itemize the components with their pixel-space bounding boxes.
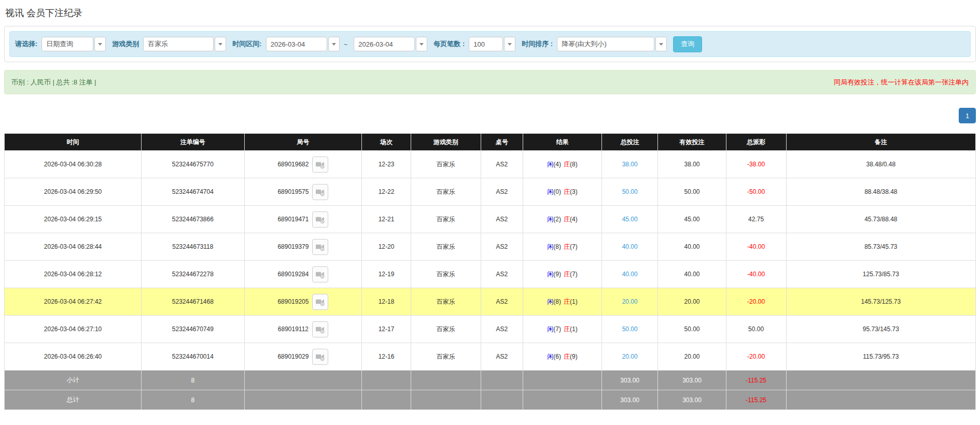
round-cell: 689019471 [244, 206, 362, 233]
video-icon [315, 298, 325, 306]
video-icon [315, 160, 325, 169]
round-id: 689019379 [277, 243, 309, 250]
game-type-dropdown-button[interactable] [215, 37, 226, 51]
date-to-group [354, 37, 427, 51]
video-replay-button[interactable] [312, 266, 328, 282]
result-banker-label: 庄 [564, 188, 570, 195]
total-bet-link[interactable]: 45.00 [601, 206, 658, 233]
game-type-cell: 百家乐 [411, 178, 481, 206]
valid-bet-cell: 40.00 [658, 261, 726, 288]
video-icon [315, 352, 325, 361]
result-player-score: (9) [553, 271, 561, 278]
header-table-no: 桌号 [481, 134, 523, 151]
header-round: 局号 [244, 134, 362, 151]
result-banker-score: (1) [570, 298, 578, 305]
result-player-score: (0) [553, 188, 561, 195]
date-from-dropdown-button[interactable] [328, 37, 340, 51]
video-replay-button[interactable] [312, 294, 328, 310]
table-row[interactable]: 2026-03-04 06:28:44 523244673118 6890193… [5, 233, 976, 261]
payout-cell: -20.00 [726, 343, 786, 371]
total-bet-link[interactable]: 50.00 [601, 316, 658, 343]
game-type-label: 游戏类别 [112, 39, 139, 49]
table-no-cell: AS2 [481, 178, 523, 206]
video-replay-button[interactable] [312, 157, 328, 173]
total-valid-bet: 303.00 [658, 390, 726, 410]
date-from-group: 时间区间: [232, 37, 339, 51]
records-table: 时间 注单编号 局号 场次 游戏类别 桌号 结果 总投注 有效投注 总派彩 备注… [4, 133, 976, 410]
round-cell: 689019575 [244, 178, 362, 206]
sort-dropdown-button[interactable] [655, 37, 667, 51]
result-banker-score: (7) [570, 271, 578, 278]
round-id: 689019029 [277, 353, 309, 360]
total-bet-link[interactable]: 20.00 [601, 288, 658, 316]
video-replay-button[interactable] [312, 239, 328, 255]
table-row[interactable]: 2026-03-04 06:27:42 523244671468 6890192… [5, 288, 976, 316]
result-banker-label: 庄 [564, 325, 570, 333]
page-1-button[interactable]: 1 [959, 108, 976, 123]
query-type-group: 请选择: [15, 37, 106, 51]
result-cell: 闲(8)庄(7) [523, 233, 602, 261]
pagination: 1 [4, 108, 976, 123]
header-valid-bet: 有效投注 [658, 134, 726, 151]
result-banker-label: 庄 [564, 216, 570, 223]
page-title: 视讯 会员下注纪录 [4, 0, 976, 24]
video-replay-button[interactable] [312, 184, 328, 200]
payout-cell: -40.00 [726, 233, 786, 261]
query-type-dropdown-button[interactable] [94, 37, 106, 51]
query-type-input[interactable] [41, 37, 93, 51]
video-replay-button[interactable] [312, 349, 328, 365]
game-type-cell: 百家乐 [411, 151, 481, 178]
total-bet-link[interactable]: 20.00 [601, 343, 658, 371]
table-row[interactable]: 2026-03-04 06:30:28 523244675770 6890196… [5, 151, 976, 178]
session-cell: 12-16 [362, 343, 411, 371]
game-type-cell: 百家乐 [411, 233, 481, 261]
caret-down-icon [419, 43, 424, 46]
result-player-label: 闲 [547, 298, 553, 305]
game-type-cell: 百家乐 [411, 288, 481, 316]
header-session: 场次 [362, 134, 411, 151]
page-size-dropdown-button[interactable] [504, 37, 515, 51]
date-from-input[interactable] [266, 37, 327, 51]
session-cell: 12-19 [362, 261, 411, 288]
video-replay-button[interactable] [312, 211, 328, 228]
sort-input[interactable] [557, 37, 654, 51]
remark-cell: 95.73/145.73 [786, 316, 975, 343]
table-row[interactable]: 2026-03-04 06:29:15 523244673866 6890194… [5, 206, 976, 233]
game-type-input[interactable] [143, 37, 214, 51]
result-player-label: 闲 [547, 216, 553, 223]
date-to-dropdown-button[interactable] [416, 37, 427, 51]
subtotal-valid-bet: 303.00 [658, 371, 726, 390]
search-button[interactable]: 查询 [673, 36, 702, 52]
table-row[interactable]: 2026-03-04 06:29:50 523244674704 6890195… [5, 178, 976, 206]
total-bet-link[interactable]: 40.00 [601, 261, 658, 288]
video-icon [315, 188, 325, 196]
date-to-input[interactable] [354, 37, 415, 51]
result-banker-label: 庄 [564, 161, 570, 168]
total-bet-link[interactable]: 40.00 [601, 233, 658, 261]
result-player-score: (4) [553, 161, 561, 168]
table-no-cell: AS2 [481, 343, 523, 371]
round-cell: 689019379 [244, 233, 362, 261]
bet-id-cell: 523244670749 [142, 316, 245, 343]
table-row[interactable]: 2026-03-04 06:27:10 523244670749 6890191… [5, 316, 976, 343]
bet-id-cell: 523244672278 [142, 261, 245, 288]
round-id: 689019112 [278, 325, 309, 333]
table-row[interactable]: 2026-03-04 06:28:12 523244672278 6890192… [5, 261, 976, 288]
table-row[interactable]: 2026-03-04 06:26:40 523244670014 6890190… [5, 343, 976, 371]
remark-cell: 38.48/0.48 [786, 151, 975, 178]
result-player-label: 闲 [547, 353, 553, 360]
subtotal-count: 8 [142, 371, 245, 390]
total-bet-link[interactable]: 38.00 [601, 151, 658, 178]
session-cell: 12-22 [362, 178, 411, 206]
sort-group: 时间排序 : [522, 37, 667, 51]
video-replay-button[interactable] [312, 321, 328, 337]
page-size-input[interactable] [469, 37, 503, 51]
remark-cell: 125.73/85.73 [786, 261, 975, 288]
result-cell: 闲(0)庄(3) [523, 178, 602, 206]
payout-cell: -20.00 [726, 288, 786, 316]
result-player-label: 闲 [547, 188, 553, 195]
table-no-cell: AS2 [481, 151, 523, 178]
time-cell: 2026-03-04 06:28:44 [5, 233, 142, 261]
video-icon [315, 270, 325, 279]
total-bet-link[interactable]: 50.00 [601, 178, 658, 206]
